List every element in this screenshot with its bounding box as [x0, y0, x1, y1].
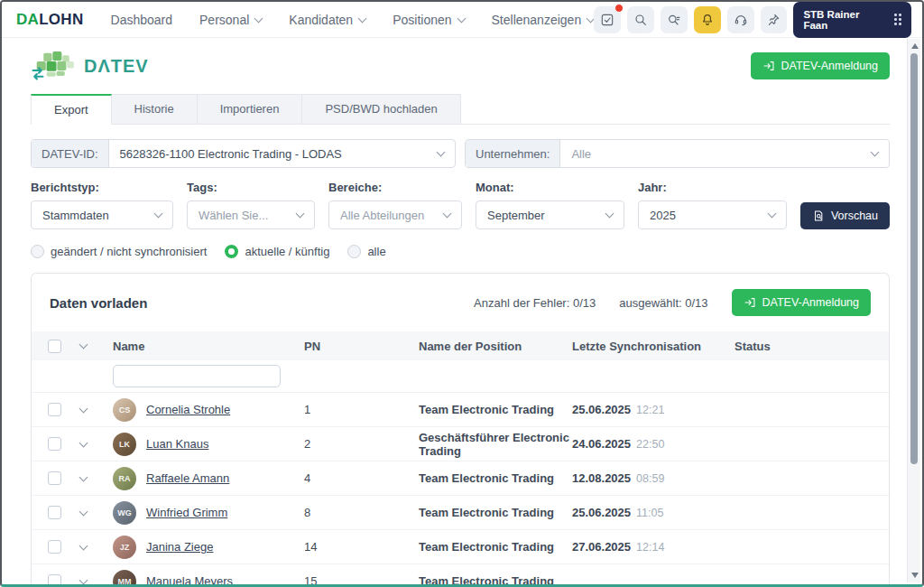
- berichtstyp-label: Berichtstyp:: [31, 181, 173, 194]
- employee-name-link[interactable]: Luan Knaus: [146, 437, 208, 451]
- support-button[interactable]: [727, 6, 754, 33]
- scroll-down-arrow-icon[interactable]: [911, 573, 919, 578]
- avatar: RA: [113, 467, 136, 490]
- scrollbar-thumb[interactable]: [910, 53, 918, 464]
- table-row: CSCornelia Strohle 1 Team Electronic Tra…: [32, 393, 889, 427]
- select-value: 2025: [650, 209, 676, 222]
- chevron-down-icon: [443, 210, 452, 219]
- employee-name-link[interactable]: Raffaele Amann: [146, 471, 229, 485]
- card-header-right: Anzahl der Fehler: 0/13 ausgewählt: 0/13…: [474, 289, 871, 316]
- datev-login-button-card[interactable]: DATEV-Anmeldung: [732, 289, 871, 316]
- vertical-scrollbar[interactable]: [907, 39, 920, 582]
- row-checkbox[interactable]: [48, 574, 61, 587]
- tasks-button[interactable]: [594, 6, 621, 33]
- search-icon: [633, 13, 648, 27]
- monat-select[interactable]: September: [476, 200, 624, 229]
- table-row: LKLuan Knaus 2 Geschäftsführer Electroni…: [32, 427, 889, 461]
- button-label: Vorschau: [831, 210, 878, 222]
- logo-part-navy: LOHN: [39, 11, 83, 28]
- avatar: WG: [113, 501, 136, 525]
- column-header-status[interactable]: Status: [735, 340, 889, 353]
- berichtstyp-select[interactable]: Stammdaten: [31, 200, 173, 229]
- row-expand-chevron-icon[interactable]: [79, 404, 88, 413]
- expand-all-chevron-icon[interactable]: [79, 340, 88, 349]
- position-value: Team Electronic Trading: [419, 540, 572, 554]
- position-value: Team Electronic Trading: [419, 574, 572, 587]
- column-header-sync[interactable]: Letzte Synchronisation: [572, 340, 735, 353]
- employee-name-link[interactable]: Janina Ziege: [146, 540, 213, 554]
- select-placeholder: Wählen Sie...: [199, 209, 268, 222]
- radio-checked-icon: [225, 245, 238, 258]
- sync-value: 25.06.202512:21: [572, 403, 735, 416]
- chevron-down-icon: [871, 148, 880, 157]
- avatar: MM: [113, 570, 136, 587]
- position-value: Geschäftsführer Electronic Trading: [419, 431, 572, 458]
- scroll-up-arrow-icon[interactable]: [911, 43, 919, 49]
- nav-item-positionen[interactable]: Positionen: [393, 13, 464, 27]
- pin-button[interactable]: [761, 6, 788, 33]
- radio-aktuelle-kuenftig[interactable]: aktuelle / künftig: [225, 245, 329, 258]
- user-name: STB Rainer Faan: [803, 9, 886, 31]
- radio-alle[interactable]: alle: [347, 245, 385, 258]
- position-value: Team Electronic Trading: [419, 471, 572, 485]
- nav-item-stellenanzeigen[interactable]: Stellenanzeigen: [492, 13, 595, 27]
- sync-value: 25.06.202511:05: [572, 506, 735, 519]
- datev-id-value: 5628326-1100 Electronic Trading - LODAS: [109, 147, 438, 161]
- datev-header: DΛTEV DATEV-Anmeldung: [31, 51, 890, 81]
- nav-item-kandidaten[interactable]: Kandidaten: [289, 13, 365, 27]
- name-filter-input[interactable]: [113, 365, 281, 387]
- row-expand-chevron-icon[interactable]: [79, 507, 88, 516]
- row-checkbox[interactable]: [48, 403, 61, 416]
- table-row: JZJanina Ziege 14 Team Electronic Tradin…: [32, 530, 889, 564]
- notification-dot: [614, 4, 624, 13]
- select-all-checkbox[interactable]: [48, 340, 61, 353]
- tab-psd-bwd-hochladen[interactable]: PSD/BWD hochladen: [302, 94, 460, 125]
- datev-login-button-top[interactable]: DATEV-Anmeldung: [751, 52, 890, 79]
- jahr-select[interactable]: 2025: [638, 200, 787, 229]
- row-checkbox[interactable]: [48, 471, 61, 485]
- employee-name-link[interactable]: Winfried Grimm: [146, 506, 227, 519]
- tags-select[interactable]: Wählen Sie...: [187, 200, 315, 229]
- column-header-pn[interactable]: PN: [304, 340, 419, 353]
- pn-value: 1: [304, 403, 419, 416]
- row-expand-chevron-icon[interactable]: [79, 541, 88, 550]
- select-value: September: [487, 209, 545, 222]
- search-advanced-icon: [667, 13, 681, 27]
- monat-label: Monat:: [476, 181, 624, 194]
- tab-export[interactable]: Export: [31, 94, 112, 125]
- search-button[interactable]: [627, 6, 654, 33]
- datev-id-select[interactable]: DATEV-ID: 5628326-1100 Electronic Tradin…: [31, 139, 456, 168]
- vorschau-button[interactable]: Vorschau: [800, 202, 890, 229]
- login-icon: [744, 296, 756, 309]
- column-header-position[interactable]: Name der Position: [419, 340, 572, 353]
- tab-bar: Export Historie Importieren PSD/BWD hoch…: [31, 94, 890, 125]
- column-header-name[interactable]: Name: [113, 340, 304, 353]
- datev-id-label: DATEV-ID:: [32, 140, 109, 167]
- nav-item-dashboard[interactable]: Dashboard: [111, 13, 173, 27]
- row-checkbox[interactable]: [48, 540, 61, 554]
- pn-value: 14: [304, 540, 419, 554]
- employee-name-link[interactable]: Cornelia Strohle: [146, 403, 230, 416]
- pin-icon: [766, 13, 781, 27]
- logo-part-green: DA: [16, 11, 39, 28]
- unternehmen-select[interactable]: Unternehmen: Alle: [465, 139, 890, 168]
- bereiche-select[interactable]: Alle Abteilungen: [328, 200, 462, 229]
- select-placeholder: Alle Abteilungen: [340, 209, 424, 222]
- row-checkbox[interactable]: [48, 437, 61, 451]
- dalohn-logo[interactable]: DALOHN: [16, 11, 84, 29]
- tab-importieren[interactable]: Importieren: [198, 94, 303, 125]
- filter-row-secondary: Berichtstyp: Stammdaten Tags: Wählen Sie…: [31, 181, 890, 229]
- tab-historie[interactable]: Historie: [112, 94, 198, 125]
- notifications-button[interactable]: [694, 6, 721, 33]
- radio-geaendert-nicht-synchronisiert[interactable]: geändert / nicht synchronisiert: [31, 245, 207, 258]
- pn-value: 2: [304, 437, 419, 451]
- row-expand-chevron-icon[interactable]: [79, 575, 88, 584]
- row-checkbox[interactable]: [48, 506, 61, 519]
- nav-item-personal[interactable]: Personal: [199, 13, 262, 27]
- table-row: RARaffaele Amann 4 Team Electronic Tradi…: [32, 461, 889, 496]
- row-expand-chevron-icon[interactable]: [79, 438, 88, 447]
- employee-name-link[interactable]: Manuela Meyers: [146, 574, 233, 587]
- advanced-search-button[interactable]: [661, 6, 688, 33]
- row-expand-chevron-icon[interactable]: [79, 472, 88, 481]
- user-account-button[interactable]: STB Rainer Faan: [793, 2, 911, 38]
